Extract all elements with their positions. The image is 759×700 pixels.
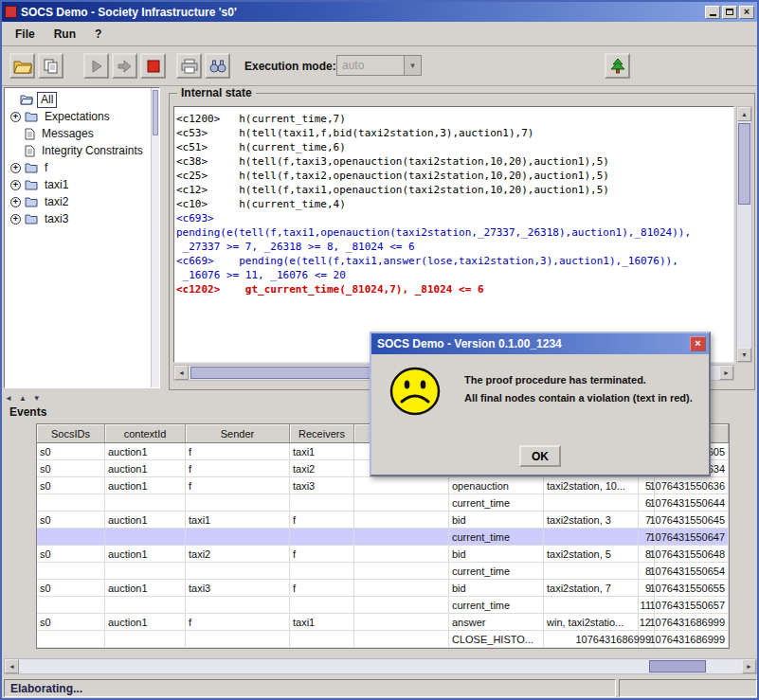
close-button[interactable]: ×	[739, 6, 754, 19]
run-button[interactable]	[83, 53, 109, 79]
table-cell[interactable]	[186, 631, 290, 648]
tree-item-label[interactable]: taxi3	[42, 212, 71, 226]
tree-item-label[interactable]: Integrity Constraints	[39, 144, 146, 158]
table-cell[interactable]	[290, 529, 354, 546]
scroll-left-icon[interactable]: ◄	[5, 659, 19, 673]
tree-item-label[interactable]: taxi2	[42, 195, 71, 209]
table-cell[interactable]: s0	[37, 614, 105, 631]
column-header-Sender[interactable]: Sender	[186, 424, 290, 442]
menu-help[interactable]: ?	[85, 25, 111, 44]
tree-vertical-scrollbar[interactable]	[151, 88, 159, 387]
table-cell[interactable]	[186, 597, 290, 614]
table-cell[interactable]: bid	[449, 580, 544, 597]
table-cell[interactable]	[354, 631, 449, 648]
table-cell[interactable]	[290, 597, 354, 614]
events-horizontal-scrollbar[interactable]: ◄ ►	[4, 658, 757, 674]
table-cell[interactable]: f	[290, 580, 354, 597]
table-cell[interactable]: auction1	[105, 580, 186, 597]
minimize-button[interactable]	[705, 6, 720, 19]
table-cell[interactable]: auction1	[105, 443, 186, 460]
scroll-right-icon[interactable]: ►	[719, 366, 733, 380]
tree-item-f[interactable]: +f	[5, 159, 159, 176]
table-cell[interactable]	[105, 494, 186, 512]
internal-state-textarea[interactable]: <c1200> h(current_time,7)<c53> h(tell(ta…	[173, 106, 734, 363]
table-cell[interactable]	[290, 631, 354, 648]
tree-item-messages[interactable]: Messages	[5, 125, 159, 142]
expand-toggle-icon[interactable]: +	[10, 197, 21, 207]
tree-item-taxi1[interactable]: +taxi1	[5, 176, 159, 193]
table-row[interactable]: s0auction1ftaxi3openauctiontaxi2station,…	[37, 477, 729, 494]
table-cell[interactable]: s0	[37, 580, 105, 597]
table-row[interactable]: current_time111076431550657	[37, 597, 729, 614]
table-cell[interactable]: 1076431550645	[655, 512, 729, 529]
options-button[interactable]	[205, 53, 230, 79]
tree-item-all[interactable]: All	[5, 91, 159, 108]
table-cell[interactable]: 1076431550644	[655, 494, 729, 512]
table-cell[interactable]: 1076431550647	[655, 529, 729, 546]
table-cell[interactable]	[290, 494, 354, 512]
scroll-right-icon[interactable]: ►	[742, 659, 756, 673]
split-collapse-left-icon[interactable]: ◄	[5, 394, 12, 403]
column-header-contextId[interactable]: contextId	[105, 424, 186, 442]
maximize-button[interactable]	[722, 6, 737, 19]
table-cell[interactable]	[544, 563, 639, 580]
step-button[interactable]	[112, 53, 137, 79]
scrollbar-thumb[interactable]	[738, 123, 750, 205]
execution-mode-select[interactable]: auto ▼	[336, 55, 422, 76]
table-cell[interactable]: taxi2station, 7	[544, 580, 639, 597]
table-row[interactable]: s0auction1taxi3fbidtaxi2station, 7910764…	[37, 580, 729, 597]
table-cell[interactable]	[105, 631, 186, 648]
table-cell[interactable]: taxi3	[186, 580, 290, 597]
table-cell[interactable]: s0	[37, 477, 105, 494]
table-row[interactable]: current_time61076431550644	[37, 494, 729, 512]
table-cell[interactable]	[544, 494, 639, 512]
table-row[interactable]: current_time71076431550647	[37, 529, 729, 546]
tree-item-taxi2[interactable]: +taxi2	[5, 193, 159, 210]
table-cell[interactable]: 1076431550655	[655, 580, 729, 597]
table-row[interactable]: s0auction1taxi2fbidtaxi2station, 5810764…	[37, 546, 729, 563]
table-cell[interactable]	[37, 597, 105, 614]
dialog-close-button[interactable]: ×	[690, 336, 706, 351]
print-button[interactable]	[176, 53, 202, 79]
table-cell[interactable]	[354, 580, 449, 597]
tree-item-label[interactable]: Messages	[39, 127, 97, 141]
open-button[interactable]	[9, 53, 35, 79]
stop-button[interactable]	[140, 53, 166, 79]
table-cell[interactable]	[105, 597, 186, 614]
table-cell[interactable]: auction1	[105, 477, 186, 494]
table-cell[interactable]: 1076431550648	[655, 546, 729, 563]
scroll-down-icon[interactable]: ▼	[737, 348, 751, 362]
table-cell[interactable]: s0	[37, 512, 105, 529]
tree-item-expectations[interactable]: +Expectations	[5, 108, 159, 125]
table-cell[interactable]: bid	[449, 512, 544, 529]
table-cell[interactable]: taxi2station, 10...	[544, 477, 639, 494]
scroll-left-icon[interactable]: ◄	[174, 366, 189, 380]
table-cell[interactable]: answer	[449, 614, 544, 631]
table-cell[interactable]: f	[290, 512, 354, 529]
table-cell[interactable]	[354, 546, 449, 563]
table-cell[interactable]	[37, 494, 105, 512]
table-cell[interactable]: taxi2	[186, 546, 290, 563]
table-cell[interactable]: auction1	[105, 512, 186, 529]
expand-toggle-icon[interactable]: +	[10, 214, 21, 224]
ok-button[interactable]: OK	[519, 445, 561, 467]
scrollbar-thumb[interactable]	[649, 660, 706, 673]
table-cell[interactable]	[354, 494, 449, 512]
table-cell[interactable]: current_time	[449, 529, 544, 546]
table-cell[interactable]: taxi2station, 3	[544, 512, 639, 529]
table-cell[interactable]	[37, 529, 105, 546]
table-cell[interactable]: taxi2	[290, 460, 354, 477]
table-cell[interactable]: auction1	[105, 614, 186, 631]
split-collapse-down-icon[interactable]: ▼	[33, 394, 41, 403]
table-cell[interactable]: openauction	[449, 477, 544, 494]
table-cell[interactable]	[544, 529, 639, 546]
scroll-up-icon[interactable]: ▲	[737, 107, 751, 121]
table-cell[interactable]: auction1	[105, 460, 186, 477]
table-cell[interactable]	[105, 529, 186, 546]
table-cell[interactable]: f	[290, 546, 354, 563]
table-cell[interactable]: f	[186, 477, 290, 494]
table-cell[interactable]	[354, 597, 449, 614]
table-row[interactable]: s0auction1ftaxi1answerwin, taxi2statio..…	[37, 614, 729, 631]
scrollbar-thumb[interactable]	[153, 90, 158, 135]
table-cell[interactable]	[354, 477, 449, 494]
